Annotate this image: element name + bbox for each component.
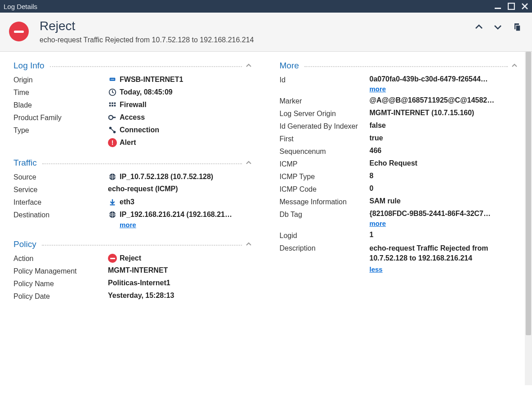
row-service: Service echo-request (ICMP) xyxy=(13,185,253,194)
row-type: Type Connection xyxy=(13,126,253,135)
policy-date-value: Yesterday, 15:28:13 xyxy=(108,292,174,300)
section-policy: Policy Action Reject Policy Management M… xyxy=(13,239,253,301)
section-title-more: More xyxy=(280,61,299,71)
window-title: Log Details xyxy=(4,3,494,10)
svg-rect-3 xyxy=(516,25,520,31)
page-title: Reject xyxy=(40,19,474,33)
log-header: Reject echo-request Traffic Rejected fro… xyxy=(0,13,532,52)
svg-rect-1 xyxy=(508,3,514,9)
row-icmp-code: ICMP Code 0 xyxy=(280,184,519,193)
svg-rect-13 xyxy=(112,105,113,107)
right-column: More Id 0a070fa0-439b-c30d-6479-f26544… … xyxy=(266,56,532,311)
row-log-server: Log Server Origin MGMT-INTERNET (10.7.15… xyxy=(280,109,519,118)
access-icon xyxy=(108,113,117,122)
svg-line-19 xyxy=(111,129,113,131)
action-value: Reject xyxy=(120,254,141,262)
svg-rect-12 xyxy=(109,105,111,107)
gateway-icon xyxy=(108,75,117,84)
copy-button[interactable] xyxy=(512,22,521,31)
row-description: Description echo-request Traffic Rejecte… xyxy=(280,243,519,273)
globe-icon xyxy=(108,210,117,219)
globe-icon xyxy=(108,172,117,181)
section-title-traffic: Traffic xyxy=(13,158,37,168)
row-destination: Destination IP_192.168.216.214 (192.168.… xyxy=(13,210,253,229)
vertical-scrollbar[interactable] xyxy=(525,52,532,385)
svg-rect-16 xyxy=(112,117,116,118)
clock-icon xyxy=(108,88,117,97)
section-title-log-info: Log Info xyxy=(13,61,45,71)
alert-icon: ! xyxy=(108,138,117,147)
svg-rect-11 xyxy=(114,103,116,104)
close-icon[interactable] xyxy=(521,3,528,10)
row-interface: Interface eth3 xyxy=(13,198,253,207)
row-time: Time Today, 08:45:09 xyxy=(13,88,253,97)
first-value: true xyxy=(370,134,383,142)
row-id: Id 0a070fa0-439b-c30d-6479-f26544… more xyxy=(280,75,519,93)
msg-info-value: SAM rule xyxy=(370,197,401,205)
reject-icon xyxy=(9,22,29,41)
section-title-policy: Policy xyxy=(13,239,36,249)
marker-value: @A@@B@1685711925@C@14582… xyxy=(370,96,495,104)
type-value: Connection xyxy=(120,126,159,134)
svg-rect-9 xyxy=(109,103,111,104)
desc-less-link[interactable]: less xyxy=(370,265,383,273)
policy-mgmt-value: MGMT-INTERNET xyxy=(108,266,168,274)
row-first: First true xyxy=(280,134,519,143)
svg-rect-0 xyxy=(495,8,501,9)
scrollbar-thumb[interactable] xyxy=(526,52,531,335)
origin-value: FWSB-INTERNET1 xyxy=(120,76,183,84)
destination-value: IP_192.168.216.214 (192.168.21… xyxy=(120,211,232,219)
prev-log-button[interactable] xyxy=(474,22,483,31)
window-titlebar: Log Details xyxy=(0,0,532,13)
section-log-info: Log Info Origin FWSB-INTERNET1 Time Toda… xyxy=(13,61,253,147)
alert-value: Alert xyxy=(120,139,136,147)
page-subtitle: echo-request Traffic Rejected from 10.7.… xyxy=(40,36,474,44)
row-policy-name: Policy Name Politicas-Internet1 xyxy=(13,279,253,288)
content-columns: Log Info Origin FWSB-INTERNET1 Time Toda… xyxy=(0,52,532,311)
icmp-code-value: 0 xyxy=(370,184,374,193)
db-tag-more-link[interactable]: more xyxy=(370,220,386,227)
logid-value: 1 xyxy=(370,231,374,239)
row-policy-date: Policy Date Yesterday, 15:28:13 xyxy=(13,292,253,301)
db-tag-value: {82108FDC-9B85-2441-86F4-32C7… xyxy=(370,210,519,218)
collapse-policy[interactable] xyxy=(245,240,253,248)
row-action: Action Reject xyxy=(13,254,253,263)
collapse-traffic[interactable] xyxy=(245,159,253,167)
id-value: 0a070fa0-439b-c30d-6479-f26544… xyxy=(370,75,519,83)
desc-value: echo-request Traffic Rejected from 10.7.… xyxy=(370,243,519,264)
icmp-type-value: 8 xyxy=(370,172,374,180)
section-more: More Id 0a070fa0-439b-c30d-6479-f26544… … xyxy=(280,61,519,273)
reject-icon xyxy=(108,254,117,263)
time-value: Today, 08:45:09 xyxy=(120,88,173,96)
window-controls xyxy=(494,3,528,10)
icmp-value: Echo Request xyxy=(370,159,418,167)
svg-rect-10 xyxy=(112,103,113,104)
row-icmp: ICMP Echo Request xyxy=(280,159,519,168)
row-logid: Logid 1 xyxy=(280,231,519,240)
row-blade: Blade Firewall xyxy=(13,100,253,109)
source-value: IP_10.7.52.128 (10.7.52.128) xyxy=(120,173,213,181)
row-source: Source IP_10.7.52.128 (10.7.52.128) xyxy=(13,172,253,181)
row-alert: ! Alert xyxy=(13,138,253,147)
collapse-more[interactable] xyxy=(510,62,519,70)
id-more-link[interactable]: more xyxy=(370,85,386,93)
product-family-value: Access xyxy=(120,113,145,121)
row-policy-mgmt: Policy Management MGMT-INTERNET xyxy=(13,266,253,275)
header-actions xyxy=(474,22,521,31)
destination-more-link[interactable]: more xyxy=(120,221,136,229)
row-db-tag: Db Tag {82108FDC-9B85-2441-86F4-32C7… mo… xyxy=(280,210,519,227)
row-id-gen: Id Generated By Indexer false xyxy=(280,121,519,130)
svg-rect-14 xyxy=(114,105,116,107)
left-column: Log Info Origin FWSB-INTERNET1 Time Toda… xyxy=(0,56,266,311)
collapse-log-info[interactable] xyxy=(245,62,253,70)
row-product-family: Product Family Access xyxy=(13,113,253,122)
interface-value: eth3 xyxy=(120,198,134,206)
maximize-icon[interactable] xyxy=(508,3,515,10)
interface-in-icon xyxy=(108,198,117,207)
svg-point-5 xyxy=(111,79,112,80)
service-value: echo-request (ICMP) xyxy=(108,185,178,193)
next-log-button[interactable] xyxy=(493,22,502,31)
svg-point-15 xyxy=(109,116,113,120)
minimize-icon[interactable] xyxy=(494,3,501,10)
connection-icon xyxy=(108,126,117,135)
